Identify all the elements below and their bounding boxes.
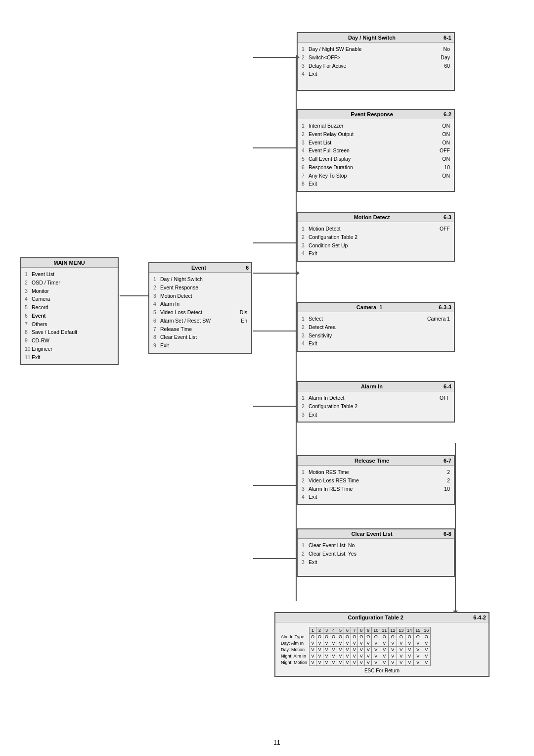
list-item: 1SelectCamera 1 — [302, 315, 450, 323]
list-item: 8Exit — [302, 180, 450, 188]
list-item: 3Motion Detect — [153, 292, 247, 300]
clear-event-content: 1Clear Event List: No 2Clear Event List:… — [298, 539, 454, 576]
event-menu-box: Event 6 1Day / Night Switch 2Event Respo… — [148, 262, 252, 354]
alarm-in-box: Alarm In 6-4 1Alarm In DetectOFF 2Config… — [297, 381, 455, 423]
motion-detect-content: 1Motion DetectOFF 2Configuration Table 2… — [298, 222, 454, 261]
list-item: 3Exit — [302, 559, 450, 567]
arrow-to-alarmin — [253, 406, 297, 407]
list-item: 4Exit — [302, 340, 450, 348]
main-menu-box: MAIN MENU 1Event List 2OSD / Timer 3Moni… — [20, 257, 119, 365]
arrow-to-release-time — [253, 485, 297, 486]
day-night-title: Day / Night Switch 6-1 — [298, 33, 454, 43]
list-item: 7Release Time — [153, 326, 247, 333]
arrow-to-clear-event — [253, 558, 297, 559]
event-response-title: Event Response 6-2 — [298, 110, 454, 119]
list-item: 3Event ListON — [302, 139, 450, 147]
list-item: 8Save / Load Default — [25, 329, 114, 336]
event-response-box: Event Response 6-2 1Internal BuzzerON 2E… — [297, 109, 455, 192]
list-item: 5Record — [25, 304, 114, 312]
clear-event-box: Clear Event List 6-8 1Clear Event List: … — [297, 528, 455, 577]
config-table-box: Configuration Table 2 6-4-2 1 2 3 4 5 6 … — [274, 612, 490, 677]
list-item: 6Alarm Set / Reset SWEn — [153, 317, 247, 325]
list-item: 7Any Key To StopON — [302, 172, 450, 180]
list-item: 9Exit — [153, 342, 247, 350]
list-item: 5Call Event DisplayON — [302, 155, 450, 163]
list-item: 1Event List — [25, 271, 114, 279]
page-container: MAIN MENU 1Event List 2OSD / Timer 3Moni… — [0, 0, 534, 756]
list-item: 3Exit — [302, 411, 450, 419]
list-item: 3Monitor — [25, 287, 114, 295]
list-item: 2Detect Area — [302, 324, 450, 331]
list-item: 1Motion DetectOFF — [302, 225, 450, 233]
list-item: 4Camera — [25, 295, 114, 303]
list-item: 1Motion RES Time2 — [302, 469, 450, 476]
list-item: 4Exit — [302, 493, 450, 501]
list-item: 2Switch<OFF>Day — [302, 54, 450, 62]
arrow-main-to-event — [120, 295, 148, 296]
arrow-to-motion-detect — [253, 242, 297, 243]
list-item: 1Alarm In DetectOFF — [302, 394, 450, 402]
list-item: 3Delay For Active60 — [302, 62, 450, 70]
clear-event-title: Clear Event List 6-8 — [298, 529, 454, 539]
camera1-box: Camera_1 6-3-3 1SelectCamera 1 2Detect A… — [297, 302, 455, 352]
arrow-to-event-response — [253, 147, 297, 148]
list-item: 5Video Loss DetectDis — [153, 309, 247, 317]
list-item: 6Response Duration10 — [302, 164, 450, 172]
list-item: 4Alarm In — [153, 300, 247, 308]
release-time-box: Release Time 6-7 1Motion RES Time2 2Vide… — [297, 455, 455, 505]
main-menu-content: 1Event List 2OSD / Timer 3Monitor 4Camer… — [21, 268, 118, 364]
list-item: 2OSD / Timer — [25, 279, 114, 287]
list-item: 1Day / Night Switch — [153, 276, 247, 284]
list-item: 3Alarm In RES Time10 — [302, 485, 450, 493]
esc-label: ESC For Return — [279, 668, 485, 673]
list-item: 3Sensitivity — [302, 332, 450, 340]
event-menu-title: Event 6 — [149, 263, 251, 273]
arrow-to-camera1 — [253, 331, 297, 331]
motion-detect-box: Motion Detect 6-3 1Motion DetectOFF 2Con… — [297, 212, 455, 262]
alarm-in-content: 1Alarm In DetectOFF 2Configuration Table… — [298, 391, 454, 422]
list-item: 2Event Response — [153, 284, 247, 292]
list-item: 4Exit — [302, 250, 450, 258]
list-item-active: 6Event — [25, 312, 114, 320]
list-item: 1Day / Night SW EnableNo — [302, 46, 450, 53]
page-number: 11 — [10, 739, 534, 746]
list-item: 9CD-RW — [25, 337, 114, 345]
list-item: 4Exit — [302, 70, 450, 78]
list-item: 2Configuration Table 2 — [302, 234, 450, 241]
arrow-to-daynight — [253, 57, 297, 58]
camera1-content: 1SelectCamera 1 2Detect Area 3Sensitivit… — [298, 312, 454, 351]
list-item: 11Exit — [25, 354, 114, 362]
list-item: 2Configuration Table 2 — [302, 403, 450, 411]
day-night-box: Day / Night Switch 6-1 1Day / Night SW E… — [297, 32, 455, 91]
list-item: 2Clear Event List: Yes — [302, 550, 450, 558]
list-item: 7Others — [25, 321, 114, 329]
alarm-in-title: Alarm In 6-4 — [298, 382, 454, 391]
release-time-content: 1Motion RES Time2 2Video Loss RES Time2 … — [298, 466, 454, 504]
list-item: 3Condition Set Up — [302, 242, 450, 250]
camera1-title: Camera_1 6-3-3 — [298, 303, 454, 312]
release-time-title: Release Time 6-7 — [298, 456, 454, 466]
main-menu-title: MAIN MENU — [21, 258, 118, 268]
day-night-content: 1Day / Night SW EnableNo 2Switch<OFF>Day… — [298, 43, 454, 90]
list-item: 1Internal BuzzerON — [302, 122, 450, 130]
list-item: 10Engineer — [25, 345, 114, 353]
list-item: 2Event Relay OutputON — [302, 131, 450, 139]
list-item: 4Event Full ScreenOFF — [302, 147, 450, 155]
list-item: 8Clear Event List — [153, 333, 247, 341]
arrow-event-to-daynight — [253, 273, 297, 274]
event-response-content: 1Internal BuzzerON 2Event Relay OutputON… — [298, 119, 454, 191]
event-menu-content: 1Day / Night Switch 2Event Response 3Mot… — [149, 273, 251, 353]
list-item: 1Clear Event List: No — [302, 542, 450, 550]
config-table-content: 1 2 3 4 5 6 7 8 9 10 11 12 13 14 — [275, 622, 489, 676]
config-data-table: 1 2 3 4 5 6 7 8 9 10 11 12 13 14 — [279, 627, 431, 666]
list-item: 2Video Loss RES Time2 — [302, 477, 450, 485]
config-table-title: Configuration Table 2 6-4-2 — [275, 613, 489, 622]
arrow-to-config-table — [455, 443, 456, 611]
motion-detect-title: Motion Detect 6-3 — [298, 213, 454, 222]
